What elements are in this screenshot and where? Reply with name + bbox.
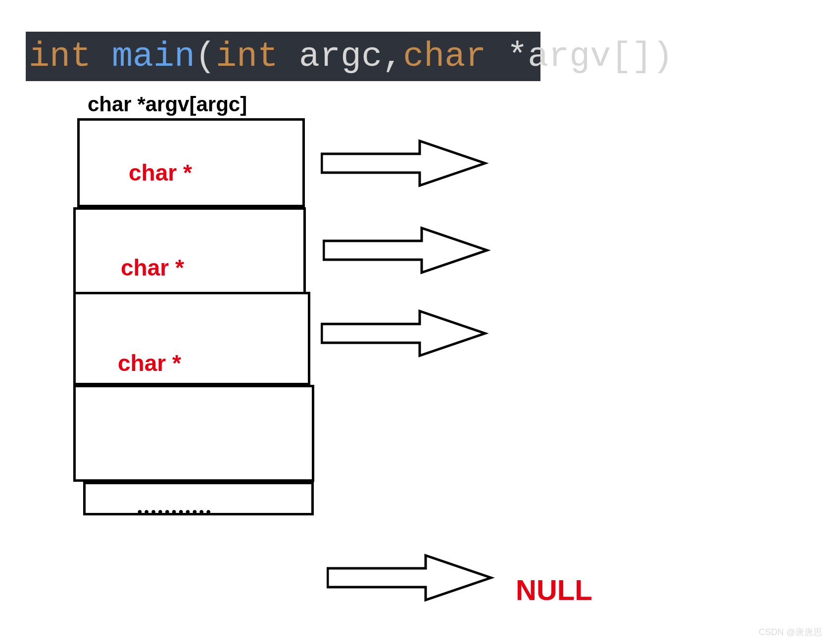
array-cell-3 — [73, 385, 314, 482]
array-cell-label-2: char * — [118, 350, 181, 376]
code-banner: int main(int argc,char *argv[]) — [26, 32, 540, 81]
code-keyword-main: main — [112, 37, 195, 76]
code-star: * — [507, 37, 528, 76]
code-comma: , — [382, 37, 403, 76]
array-cell-1 — [73, 207, 306, 294]
code-keyword-char: char — [403, 37, 507, 76]
array-cell-label-1: char * — [121, 254, 184, 281]
arrow-icon-null — [327, 552, 495, 603]
array-title: char *argv[argc] — [88, 92, 247, 116]
code-brackets: [] — [611, 37, 652, 76]
code-paren-open: ( — [195, 37, 216, 76]
null-label: NULL — [516, 573, 592, 606]
code-keyword-int: int — [29, 37, 112, 76]
code-ident-argv: argv — [528, 37, 611, 76]
code-ident-argc: argc — [299, 37, 382, 76]
code-paren-close: ) — [652, 37, 673, 76]
arrow-icon-0 — [321, 138, 489, 188]
arrow-icon-1 — [323, 225, 491, 276]
dots-icon: ●●●●●●●●●●● — [137, 506, 213, 517]
array-cell-2 — [73, 292, 310, 385]
watermark: CSDN @唐唐思 — [759, 626, 822, 638]
array-cell-label-0: char * — [129, 159, 192, 186]
code-keyword-int2: int — [216, 37, 299, 76]
arrow-icon-2 — [321, 308, 489, 359]
